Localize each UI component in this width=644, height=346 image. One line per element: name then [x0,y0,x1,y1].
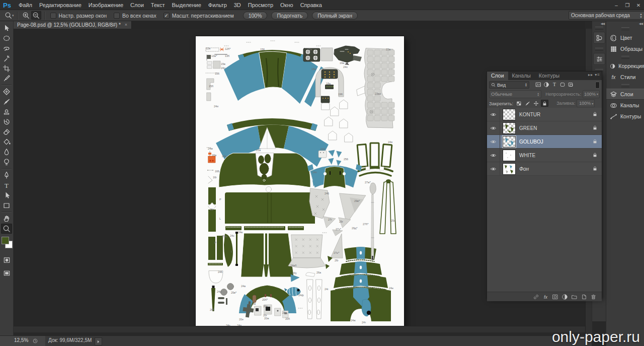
status-sync-icon[interactable] [32,338,38,344]
layers-panel-tab-paths[interactable]: Контуры [535,72,564,80]
move-tool[interactable] [1,23,12,33]
menu-просмотр[interactable]: Просмотр [245,1,277,9]
layer-row-white[interactable]: WHITE [487,149,602,162]
menu-3d[interactable]: 3D [230,1,245,9]
layer-row-kontur[interactable]: KONTUR [487,108,602,121]
dock-item-color[interactable]: Цвет [606,32,644,43]
collapse-dock-icon[interactable]: ◀◀ [639,22,642,25]
layer-name[interactable]: WHITE [519,153,535,158]
layers-panel-tab-channels[interactable]: Каналы [508,72,535,80]
dock-drag-handle[interactable] [621,84,629,87]
new-group-icon[interactable] [571,294,578,300]
pen-tool[interactable] [1,170,12,180]
filter-img-icon[interactable] [535,82,541,88]
layer-visibility-eye-icon[interactable] [487,121,500,134]
hand-tool[interactable] [1,214,12,224]
workspace-switcher[interactable]: Основная рабочая среда ▲▼ [569,11,644,20]
menu-фильтр[interactable]: Фильтр [205,1,230,9]
layers-panel-tab-layers[interactable]: Слои [487,72,508,80]
status-menu-arrow[interactable] [95,337,102,345]
filter-shape-icon[interactable] [559,82,566,88]
fullscreen-button[interactable]: Полный экран [312,12,358,20]
filter-adjust-icon[interactable] [543,82,549,88]
layer-thumbnail[interactable] [503,136,516,148]
layer-visibility-eye-icon[interactable] [487,135,500,148]
properties-panel-icon[interactable] [593,53,605,65]
dock-item-channels[interactable]: Каналы [606,100,644,111]
quick-mask-button[interactable] [1,255,12,265]
eraser-tool[interactable] [1,127,12,137]
menu-окно[interactable]: Окно [277,1,297,9]
fill-value[interactable]: 100% ▾ [577,99,595,107]
document-tab[interactable]: Page-08.psd @ 12,5% (GOLUBOJ, RGB/8#) * … [13,21,132,29]
layer-name[interactable]: Фон [519,166,529,172]
menu-справка[interactable]: Справка [297,1,326,9]
dropper-tool[interactable] [1,74,12,84]
crop-tool[interactable] [1,63,12,74]
screen-mode-button[interactable] [1,268,12,278]
minimize-button[interactable]: – [611,2,622,8]
dock-drag-handle[interactable] [595,27,603,30]
collapse-dock-icon[interactable]: ◀◀ [601,22,604,25]
status-zoom-field[interactable]: 12,5% [14,337,28,343]
zoom-tool-icon[interactable] [3,11,13,20]
lock-checker-icon[interactable] [515,100,523,107]
brush-tool[interactable] [1,97,12,107]
gradient-tool[interactable] [1,137,12,147]
checkbox-2[interactable]: ✓ [164,13,170,19]
dock-drag-handle[interactable] [621,56,629,59]
pathsel-tool[interactable] [1,190,12,200]
layer-row-goluboj[interactable]: GOLUBOJ [487,135,602,149]
opacity-value[interactable]: 100% ▾ [583,90,600,98]
dock-item-adjust[interactable]: Коррекция [606,60,644,72]
tool-dropdown-arrow[interactable]: ▾ [12,14,14,18]
menu-редактирование[interactable]: Редактирование [36,1,85,9]
link-layers-icon[interactable] [533,294,539,300]
foreground-color-swatch[interactable] [2,237,9,244]
wand-tool[interactable] [1,53,12,63]
adjustment-layer-icon[interactable] [561,294,568,300]
layer-name[interactable]: GREEN [519,125,537,131]
fit-screen-button[interactable]: Подогнать [271,12,308,20]
filter-toggle-switch[interactable] [595,82,600,89]
close-button[interactable]: ✕ [633,2,644,8]
document-page[interactable]: 12a12б*13a*13б15в24o15615615a19a24п18a18… [196,36,404,326]
layer-style-icon[interactable]: fx [542,294,549,300]
new-layer-icon[interactable] [581,294,587,300]
dock-item-layers[interactable]: Слои [606,89,644,100]
add-mask-icon[interactable] [552,294,558,300]
history-panel-icon[interactable] [593,32,605,44]
lasso-tool[interactable] [1,43,12,53]
history-tool[interactable] [1,117,12,127]
dock-item-fx[interactable]: fxСтили [606,72,644,83]
horizontal-scrollbar[interactable] [13,326,585,332]
zoom-in-button[interactable] [21,11,31,20]
actual-size-button[interactable]: 100% [243,12,268,20]
delete-layer-icon[interactable] [590,294,597,300]
layer-filter-dropdown[interactable]: Вид ▲▼ [489,81,529,89]
layer-name[interactable]: GOLUBOJ [519,139,543,145]
layer-row-green[interactable]: GREEN [487,121,602,135]
document-tab-close-icon[interactable]: × [125,22,127,27]
dock-drag-handle[interactable] [595,48,603,51]
filter-type-icon[interactable]: T [551,82,557,88]
checkbox-0[interactable] [50,13,56,19]
dock-item-paths[interactable]: Контуры [606,111,644,122]
zoom-out-button[interactable] [31,11,41,20]
dodge-tool[interactable] [1,157,12,167]
marquee-tool[interactable] [1,33,12,43]
type-tool[interactable]: T [1,180,12,190]
blur-tool[interactable] [1,147,12,157]
menu-текст[interactable]: Текст [147,1,169,9]
lock-movecross-icon[interactable] [532,100,540,107]
layer-row-фон[interactable]: Фон [487,162,602,176]
layer-thumbnail[interactable] [503,163,516,175]
layer-name[interactable]: KONTUR [519,112,540,117]
layer-visibility-eye-icon[interactable] [487,108,500,121]
heal-tool[interactable] [1,87,12,97]
layer-thumbnail[interactable] [503,150,516,161]
dock-drag-handle[interactable] [621,27,629,30]
menu-слои[interactable]: Слои [127,1,147,9]
checkbox-1[interactable] [114,13,120,19]
menu-файл[interactable]: Файл [15,1,36,9]
